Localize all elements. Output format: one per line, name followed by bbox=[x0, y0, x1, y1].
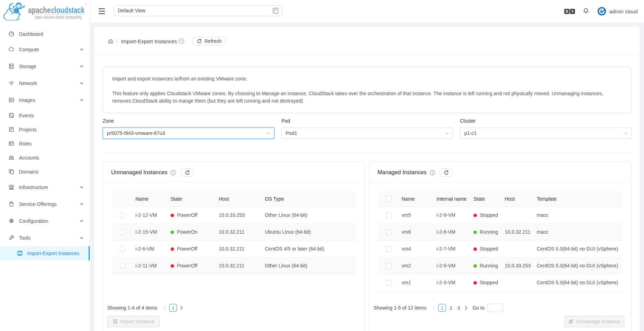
svg-text:cloudstack: cloudstack bbox=[51, 5, 84, 15]
svg-text:™: ™ bbox=[85, 4, 87, 6]
svg-text:open source cloud computing: open source cloud computing bbox=[35, 14, 82, 20]
svg-text:?: ? bbox=[181, 39, 183, 43]
svg-text:apache: apache bbox=[28, 5, 51, 15]
